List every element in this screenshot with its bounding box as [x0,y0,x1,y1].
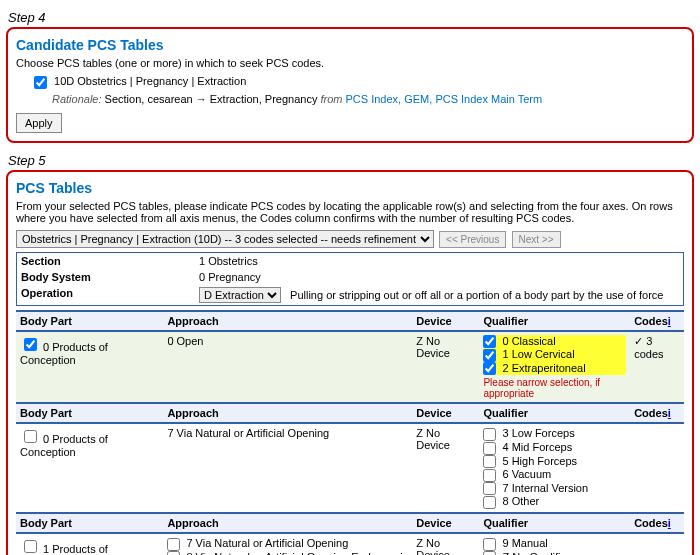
qualifier-checkbox[interactable] [483,335,496,348]
qualifier-option[interactable]: 6 Vacuum [483,468,626,482]
table-toolbar: Obstetrics | Pregnancy | Extraction (10D… [16,230,684,248]
device-value: Z No Device [412,331,479,404]
qualifier-option[interactable]: 0 Classical [483,335,626,349]
section-value: 1 Obstetrics [195,252,684,269]
bodysys-label: Body System [17,269,196,285]
qualifier-checkbox[interactable] [483,551,496,555]
approach-checkbox[interactable] [167,538,180,551]
qualifier-group-selected: 0 Classical 1 Low Cervical 2 Extraperito… [483,335,626,376]
next-button[interactable]: Next >> [512,231,561,248]
approach-option[interactable]: 7 Via Natural or Artificial Opening [167,537,408,551]
step5-title: PCS Tables [16,180,684,196]
step5-instruction: From your selected PCS tables, please in… [16,200,684,224]
qualifier-checkbox[interactable] [483,428,496,441]
rationale: Rationale: Section, cesarean → Extractio… [52,93,684,105]
h-bodypart: Body Part [16,311,163,331]
qualifier-checkbox[interactable] [483,538,496,551]
bodysys-value: 0 Pregnancy [195,269,684,285]
narrow-warning: Please narrow selection, if appropriate [483,377,626,399]
qualifier-option[interactable]: 9 Manual [483,537,626,551]
approach-checkbox[interactable] [167,551,180,555]
rationale-text: Section, cesarean → Extraction, Pregnanc… [105,93,321,105]
qualifier-checkbox[interactable] [483,362,496,375]
step4-title: Candidate PCS Tables [16,37,684,53]
step5-panel: PCS Tables From your selected PCS tables… [6,170,694,555]
qualifier-checkbox[interactable] [483,469,496,482]
codes-info-icon[interactable]: i [668,517,671,529]
device-value: Z No Device [412,423,479,513]
header-row: Body PartApproachDeviceQualifierCodesi [16,513,684,533]
table-row: 0 Products of Conception 7 Via Natural o… [16,423,684,513]
header-row: Body PartApproachDeviceQualifierCodesi [16,403,684,423]
qualifier-option[interactable]: Z No Qualifier [483,551,626,555]
qualifier-option[interactable]: 2 Extraperitoneal [483,362,626,376]
approach-value: 7 Via Natural or Artificial Opening [163,423,412,513]
bodypart-option[interactable]: 1 Products of Conception, Retained [20,543,126,555]
bodypart-checkbox[interactable] [24,430,37,443]
step4-panel: Candidate PCS Tables Choose PCS tables (… [6,27,694,143]
codes-info-icon[interactable]: i [668,315,671,327]
codes-info-icon[interactable]: i [668,407,671,419]
qualifier-checkbox[interactable] [483,442,496,455]
codes-count: 3 codes [634,335,663,360]
step4-label: Step 4 [8,10,694,25]
bodypart-option[interactable]: 0 Products of Conception [20,433,108,458]
axes-table: Section 1 Obstetrics Body System 0 Pregn… [16,252,684,306]
candidate-label: 10D Obstetrics | Pregnancy | Extraction [54,75,246,87]
qualifier-option[interactable]: 1 Low Cervical [483,348,626,362]
qualifier-checkbox[interactable] [483,482,496,495]
step5-label: Step 5 [8,153,694,168]
candidate-row: 10D Obstetrics | Pregnancy | Extraction [16,75,684,89]
header-row: Body Part Approach Device Qualifier Code… [16,311,684,331]
qualifier-checkbox[interactable] [483,496,496,509]
h-approach: Approach [163,311,412,331]
qualifier-option[interactable]: 3 Low Forceps [483,427,626,441]
approach-value: 0 Open [163,331,412,404]
qualifier-option[interactable]: 8 Other [483,495,626,509]
qualifier-option[interactable]: 5 High Forceps [483,455,626,469]
rationale-label: Rationale: [52,93,102,105]
pcs-grid: Body Part Approach Device Qualifier Code… [16,310,684,555]
table-selector[interactable]: Obstetrics | Pregnancy | Extraction (10D… [16,230,434,248]
candidate-checkbox[interactable] [34,76,47,89]
qualifier-option[interactable]: 4 Mid Forceps [483,441,626,455]
qualifier-group: 3 Low Forceps 4 Mid Forceps 5 High Force… [483,427,626,509]
bodypart-checkbox[interactable] [24,540,37,553]
operation-desc: Pulling or stripping out or off all or a… [290,289,663,301]
section-label: Section [17,252,196,269]
table-row: 0 Products of Conception 0 Open Z No Dev… [16,331,684,404]
operation-select[interactable]: D Extraction [199,287,281,303]
device-value: Z No Device [412,533,479,555]
rationale-from: from [320,93,342,105]
bodypart-checkbox[interactable] [24,338,37,351]
qualifier-checkbox[interactable] [483,455,496,468]
operation-label: Operation [17,285,196,306]
qualifier-checkbox[interactable] [483,349,496,362]
rationale-link[interactable]: PCS Index, GEM, PCS Index Main Term [346,93,543,105]
approach-option[interactable]: 8 Via Natural or Artificial Opening Endo… [167,551,408,555]
h-device: Device [412,311,479,331]
prev-button[interactable]: << Previous [439,231,506,248]
step4-instruction: Choose PCS tables (one or more) in which… [16,57,684,69]
h-codes: Codesi [630,311,684,331]
table-row: 1 Products of Conception, Retained 7 Via… [16,533,684,555]
bodypart-option[interactable]: 0 Products of Conception [20,341,108,366]
h-qualifier: Qualifier [479,311,630,331]
qualifier-option[interactable]: 7 Internal Version [483,482,626,496]
apply-button-step4[interactable]: Apply [16,113,62,133]
